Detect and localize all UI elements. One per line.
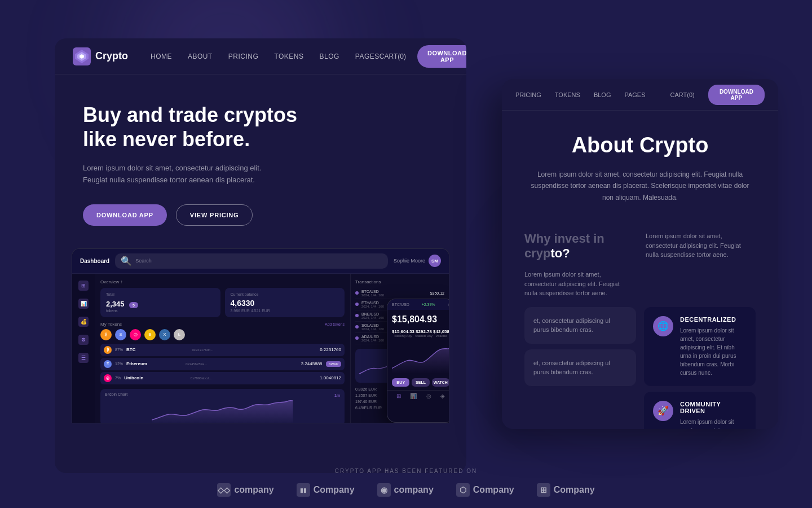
dashboard-title: Dashboard bbox=[80, 258, 109, 264]
why-right-text: Lorem ipsum dolor sit amet, consectetur … bbox=[646, 231, 756, 260]
sidebar-chart-icon[interactable]: 📊 bbox=[78, 299, 89, 309]
sidebar-settings-icon[interactable]: ⚙ bbox=[78, 335, 89, 345]
tokens-title: My Tokens bbox=[100, 322, 122, 327]
uni-val: 1.0040812 bbox=[320, 375, 341, 380]
right-navbar: PRICING TOKENS BLOG PAGES CART(0) DOWNLO… bbox=[502, 79, 778, 111]
trans-dot bbox=[355, 291, 359, 295]
phone-nav-bell-icon[interactable]: ◈ bbox=[440, 393, 445, 399]
feature-card-decentralized: 🌐 DECENTRALIZED Lorem ipsum dolor sit am… bbox=[644, 307, 756, 386]
eth-name: Ethereum bbox=[126, 361, 182, 366]
chart-svg bbox=[105, 398, 340, 423]
why-section: Why invest in crypto? Lorem ipsum dolor … bbox=[502, 231, 778, 429]
dashboard-main: Overview ↑ Total 2,345 5 tokens Current … bbox=[95, 274, 350, 423]
stat-badge: 5 bbox=[129, 302, 138, 308]
company-1: ◇◇ company bbox=[217, 483, 273, 497]
dashboard-search[interactable]: 🔍 Search bbox=[115, 253, 388, 269]
trans-dot-3 bbox=[355, 314, 359, 317]
phone-nav-chart-icon[interactable]: 📊 bbox=[410, 393, 417, 399]
tokens-header: My Tokens Add tokens bbox=[100, 322, 345, 327]
user-avatar: SM bbox=[429, 255, 441, 267]
token-icon-xrp[interactable]: X bbox=[159, 329, 170, 340]
swap-button[interactable]: SWAP bbox=[326, 361, 341, 367]
watch-button[interactable]: WATCH bbox=[432, 378, 449, 387]
hero-description: Lorem ipsum dolor sit amet, consectetur … bbox=[83, 163, 263, 186]
balance-label: Current balance bbox=[231, 292, 339, 296]
view-pricing-button[interactable]: VIEW PRICING bbox=[176, 204, 253, 226]
dashboard-topbar: Dashboard 🔍 Search Sophie Moore SM bbox=[72, 249, 449, 274]
phone-sub-row: $15,604.53 Staking Apy $292.78 Staked Us… bbox=[387, 329, 449, 341]
sidebar-wallet-icon[interactable]: 💰 bbox=[78, 317, 89, 327]
btc-addr: 0x2231760b... bbox=[192, 348, 316, 352]
nav-pages[interactable]: PAGES bbox=[355, 52, 379, 60]
eth-val: 3.2445888 bbox=[301, 361, 323, 366]
community-desc: Lorem ipsum dolor sit amet, consectetur … bbox=[680, 418, 747, 429]
feature-card-community: 🚀 COMMUNITY DRIVEN Lorem ipsum dolor sit… bbox=[644, 392, 756, 429]
right-cart[interactable]: CART(0) bbox=[670, 91, 695, 98]
featured-section: CRYPTO APP HAS BEEN FEATURED ON ◇◇ compa… bbox=[265, 468, 547, 497]
chart-period[interactable]: 1m bbox=[334, 393, 340, 397]
balance-sub: 3.986 EUR 4.521 EUR bbox=[231, 309, 339, 313]
sidebar-home-icon[interactable]: ⊞ bbox=[78, 281, 89, 291]
about-title: About Crypto bbox=[524, 133, 756, 157]
community-title: COMMUNITY DRIVEN bbox=[680, 401, 747, 414]
company-5: ⊞ Company bbox=[537, 483, 595, 497]
nav-right: CART(0) DOWNLOAD APP bbox=[379, 45, 466, 68]
company-4-icon: ⬡ bbox=[456, 483, 470, 497]
company-3: ◉ company bbox=[377, 483, 434, 497]
tokens-section: My Tokens Add tokens ₿ Ξ ◎ B X Ł ₿ bbox=[100, 322, 345, 384]
download-app-hero-button[interactable]: DOWNLOAD APP bbox=[83, 204, 167, 226]
right-nav-pages[interactable]: PAGES bbox=[624, 91, 645, 98]
add-token-button[interactable]: Add tokens bbox=[325, 322, 345, 326]
phone-sub-2: $292.78 Staked Usy bbox=[415, 329, 433, 338]
buy-button[interactable]: BUY bbox=[392, 378, 409, 387]
nav-about[interactable]: ABOUT bbox=[188, 52, 213, 60]
sell-button[interactable]: SELL bbox=[412, 378, 429, 387]
decentralized-icon: 🌐 bbox=[653, 316, 673, 336]
token-icon-eth[interactable]: Ξ bbox=[115, 329, 126, 340]
nav-home[interactable]: HOME bbox=[151, 52, 172, 60]
token-list: ₿ 87% BTC 0x2231760b... 0.2231760 Ξ 12% … bbox=[100, 344, 345, 384]
token-icon-bnb[interactable]: B bbox=[144, 329, 156, 340]
phone-nav-wallet-icon[interactable]: ◎ bbox=[426, 393, 431, 399]
features-grid: et, consectetur adipiscing ul purus bibe… bbox=[524, 307, 756, 429]
stats-row: Total 2,345 5 tokens Current balance 4,6… bbox=[100, 288, 345, 317]
community-icon: 🚀 bbox=[653, 401, 673, 421]
uni-name: Unibcoin bbox=[124, 375, 187, 380]
phone-actions: BUY SELL WATCH bbox=[387, 375, 449, 390]
nav-links: HOME ABOUT PRICING TOKENS BLOG PAGES bbox=[151, 52, 379, 60]
company-4: ⬡ Company bbox=[456, 483, 514, 497]
token-icon-ltc[interactable]: Ł bbox=[174, 329, 185, 340]
download-app-button[interactable]: DOWNLOAD APP bbox=[417, 45, 466, 68]
right-download-button[interactable]: DOWNLOAD APP bbox=[708, 85, 765, 105]
search-icon: 🔍 bbox=[121, 256, 132, 266]
right-nav-pricing[interactable]: PRICING bbox=[515, 91, 541, 98]
decentralized-desc: Lorem ipsum dolor sit amet, consectetur … bbox=[680, 326, 747, 377]
right-nav-blog[interactable]: BLOG bbox=[594, 91, 611, 98]
logo-area[interactable]: Crypto bbox=[73, 47, 128, 65]
nav-pricing[interactable]: PRICING bbox=[228, 52, 259, 60]
token-icon-uni[interactable]: ◎ bbox=[130, 329, 141, 340]
btc-pct: 87% bbox=[115, 348, 123, 352]
hero-title: Buy and trade cryptos like never before. bbox=[83, 103, 320, 151]
phone-sub-3: $42,058 Volume bbox=[433, 329, 449, 338]
token-row-uni: ◎ 7% Unibcoin 0x7890abcd... 1.0040812 bbox=[100, 372, 345, 384]
phone-sub-1: $15,604.53 Staking Apy bbox=[392, 329, 414, 338]
btc-name: BTC bbox=[126, 347, 188, 352]
company-3-icon: ◉ bbox=[377, 483, 391, 497]
balance-value: 4,6330 bbox=[231, 299, 339, 308]
nav-blog[interactable]: BLOG bbox=[319, 52, 339, 60]
token-icon-btc[interactable]: ₿ bbox=[100, 329, 112, 340]
bitcoin-chart: Bitcoin Chart 1m bbox=[100, 389, 345, 423]
hero-buttons: DOWNLOAD APP VIEW PRICING bbox=[83, 204, 438, 226]
about-section: About Crypto Lorem ipsum dolor sit amet,… bbox=[502, 111, 778, 231]
logo-icon bbox=[73, 47, 91, 65]
phone-bottom-nav: ⊞ 📊 ◎ ◈ bbox=[387, 390, 449, 401]
cart-count[interactable]: CART(0) bbox=[379, 52, 406, 60]
phone-header: BTC/USD +2.39% ↑ bbox=[387, 299, 449, 310]
uni-icon: ◎ bbox=[104, 374, 112, 382]
right-nav-tokens[interactable]: TOKENS bbox=[555, 91, 580, 98]
community-content: COMMUNITY DRIVEN Lorem ipsum dolor sit a… bbox=[680, 401, 747, 429]
phone-nav-home-icon[interactable]: ⊞ bbox=[396, 393, 401, 399]
nav-tokens[interactable]: TOKENS bbox=[274, 52, 303, 60]
sidebar-grid-icon[interactable]: ☰ bbox=[78, 353, 89, 363]
